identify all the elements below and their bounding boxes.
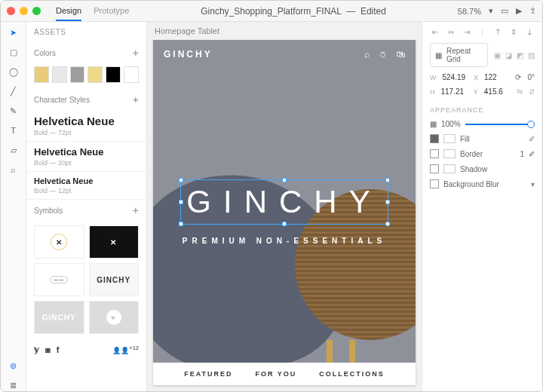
- width-field[interactable]: 524.19: [443, 73, 468, 81]
- flip-h-icon[interactable]: ⇋: [517, 87, 523, 96]
- device-preview-icon[interactable]: ▭: [501, 6, 508, 16]
- symbol-item[interactable]: ——: [34, 263, 84, 296]
- align-right-icon[interactable]: ⇥: [462, 26, 472, 37]
- share-icon[interactable]: ⇪: [529, 6, 536, 16]
- swatch[interactable]: [124, 66, 139, 83]
- artboard-tool-icon[interactable]: ▱: [8, 144, 20, 156]
- fill-swatch[interactable]: [443, 134, 456, 143]
- tab-prototype[interactable]: Prototype: [94, 2, 129, 21]
- repeat-grid-button[interactable]: ▦ Repeat Grid: [430, 43, 488, 67]
- resize-handle[interactable]: [385, 200, 390, 204]
- swatch[interactable]: [34, 66, 49, 83]
- text-tool-icon[interactable]: T: [8, 124, 20, 136]
- pen-tool-icon[interactable]: ✎: [8, 105, 20, 117]
- swatch[interactable]: [87, 66, 103, 83]
- border-swatch[interactable]: [443, 149, 456, 158]
- height-field[interactable]: 117.21: [441, 87, 468, 96]
- bool-subtract-icon[interactable]: ◪: [505, 51, 512, 60]
- resize-handle[interactable]: [179, 200, 183, 204]
- brand-logo[interactable]: GINCHY: [164, 49, 213, 60]
- close-window-icon[interactable]: [7, 7, 15, 15]
- shadow-swatch[interactable]: [443, 164, 456, 173]
- chevron-down-icon[interactable]: ▾: [531, 180, 535, 188]
- rectangle-tool-icon[interactable]: ▢: [8, 46, 20, 58]
- symbol-item[interactable]: ♥: [89, 301, 140, 334]
- layers-panel-icon[interactable]: ≣: [8, 379, 20, 391]
- shadow-label: Shadow: [460, 165, 487, 173]
- canvas[interactable]: Homepage Tablet GINCHY ⌕ ⍥ 🛍 GINCHY: [147, 22, 422, 391]
- assets-panel-icon[interactable]: ⊚: [8, 360, 20, 372]
- blur-checkbox[interactable]: [430, 179, 439, 188]
- rotation-field[interactable]: 0°: [527, 73, 535, 81]
- char-style-item[interactable]: Helvetica Neue Bold — 12pt: [26, 172, 146, 200]
- avatars-icon[interactable]: 👤👤+12: [112, 345, 139, 354]
- add-symbol-icon[interactable]: +: [133, 204, 139, 216]
- align-hcenter-icon[interactable]: ⇔: [446, 26, 456, 37]
- tab-design[interactable]: Design: [56, 2, 81, 21]
- minimize-window-icon[interactable]: [20, 7, 28, 15]
- align-bottom-icon[interactable]: ⤓: [524, 26, 535, 37]
- add-style-icon[interactable]: +: [133, 93, 139, 106]
- symbol-item[interactable]: GINCHY: [89, 263, 140, 296]
- y-field[interactable]: 415.6: [484, 87, 511, 96]
- symbol-item[interactable]: GINCHY: [34, 301, 84, 334]
- opacity-value[interactable]: 100%: [441, 120, 461, 128]
- bool-add-icon[interactable]: ▣: [494, 51, 501, 60]
- nav-featured[interactable]: FEATURED: [184, 370, 232, 378]
- select-tool-icon[interactable]: ➤: [8, 26, 20, 38]
- play-icon[interactable]: ▶: [516, 6, 522, 16]
- resize-handle[interactable]: [179, 222, 183, 226]
- swatch[interactable]: [106, 66, 121, 83]
- bool-intersect-icon[interactable]: ◩: [517, 51, 523, 60]
- ellipse-tool-icon[interactable]: ◯: [8, 66, 20, 78]
- char-style-item[interactable]: Helvetica Neue Bold — 72pt: [26, 110, 146, 142]
- hero-subtitle[interactable]: PREMIUM NON-ESSENTIALS: [183, 237, 386, 245]
- swatch[interactable]: [70, 66, 85, 83]
- border-checkbox[interactable]: [430, 149, 439, 158]
- account-icon[interactable]: ⍥: [380, 49, 385, 60]
- zoom-level[interactable]: 58.7%: [458, 7, 481, 16]
- fill-checkbox[interactable]: [430, 134, 439, 143]
- bool-exclude-icon[interactable]: ▨: [528, 51, 535, 60]
- shadow-checkbox[interactable]: [430, 164, 439, 173]
- line-tool-icon[interactable]: ╱: [8, 85, 20, 97]
- opacity-slider[interactable]: [465, 124, 535, 125]
- x-field[interactable]: 122: [484, 73, 509, 81]
- hero-title-text[interactable]: GINCHY: [182, 181, 386, 223]
- window-controls: [7, 7, 41, 15]
- align-vcenter-icon[interactable]: ⇕: [508, 26, 519, 37]
- align-left-icon[interactable]: ⇤: [430, 26, 440, 37]
- resize-handle[interactable]: [385, 222, 390, 226]
- nav-for-you[interactable]: FOR YOU: [256, 370, 297, 378]
- bag-icon[interactable]: 🛍: [396, 49, 405, 60]
- resize-handle[interactable]: [282, 178, 287, 182]
- symbol-item[interactable]: ✕: [89, 225, 140, 259]
- zoom-tool-icon[interactable]: ⌕: [8, 164, 20, 176]
- instagram-icon[interactable]: ◙: [45, 345, 51, 354]
- border-width-field[interactable]: 1: [520, 150, 524, 158]
- mode-tabs: Design Prototype: [56, 2, 129, 21]
- resize-handle[interactable]: [179, 178, 183, 182]
- artboard[interactable]: GINCHY ⌕ ⍥ 🛍 GINCHY: [153, 40, 416, 385]
- resize-handle[interactable]: [282, 222, 287, 226]
- slider-thumb[interactable]: [527, 121, 535, 128]
- resize-handle[interactable]: [385, 178, 390, 182]
- facebook-icon[interactable]: f: [57, 345, 60, 354]
- flip-v-icon[interactable]: ⇵: [529, 87, 535, 96]
- eyedropper-icon[interactable]: ✐: [529, 135, 535, 143]
- symbol-item[interactable]: ✕: [34, 225, 84, 259]
- twitter-icon[interactable]: 𝕪: [34, 345, 39, 354]
- search-icon[interactable]: ⌕: [364, 49, 370, 60]
- border-label: Border: [460, 150, 483, 158]
- align-top-icon[interactable]: ⤒: [492, 26, 503, 37]
- eyedropper-icon[interactable]: ✐: [529, 150, 535, 158]
- nav-collections[interactable]: COLLECTIONS: [319, 370, 385, 378]
- rotation-icon[interactable]: ⟳: [515, 73, 521, 81]
- zoom-chevron-icon[interactable]: ▾: [489, 6, 493, 16]
- char-style-item[interactable]: Helvetica Neue Bold — 20pt: [26, 142, 146, 172]
- swatch[interactable]: [52, 66, 67, 83]
- artboard-label[interactable]: Homepage Tablet: [147, 22, 422, 40]
- grid-icon: ▦: [435, 51, 442, 60]
- zoom-window-icon[interactable]: [32, 7, 41, 15]
- add-color-icon[interactable]: +: [133, 47, 139, 59]
